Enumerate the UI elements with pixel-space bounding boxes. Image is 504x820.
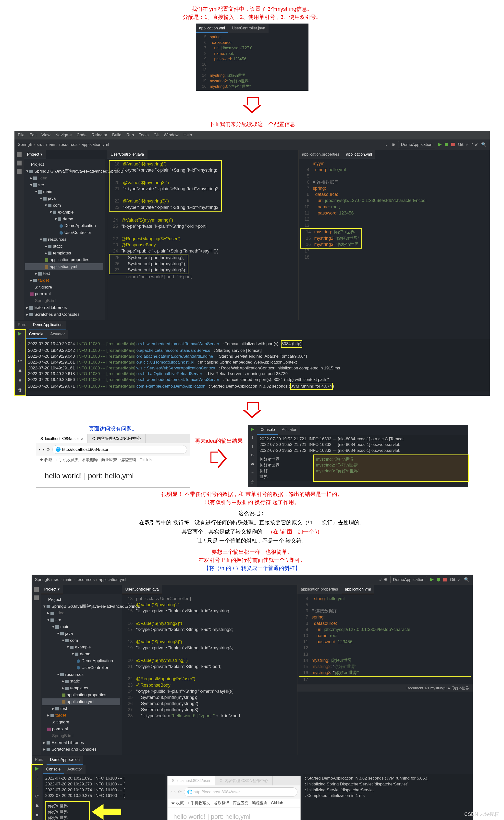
debug-icon[interactable] xyxy=(437,578,440,582)
run-tab[interactable]: DemoApplication xyxy=(29,321,66,329)
browser-tabs[interactable]: Slocalhost:8084/userC内容管理-CSDN创作中心 xyxy=(168,776,300,785)
address-bar[interactable]: 🌐 http://localhost:8084/user xyxy=(52,445,187,454)
caption-5b: 只有双引号中数据的 换行符 起了作用。 xyxy=(161,498,342,506)
reload-icon[interactable]: ⟳ xyxy=(178,789,182,795)
down-arrow-icon xyxy=(241,97,263,114)
run-side[interactable]: ↓↑⟳✖≡🗑 xyxy=(248,425,257,487)
tool-stripe-left[interactable] xyxy=(14,150,24,320)
run-icon[interactable] xyxy=(430,578,434,582)
run-label: Run: xyxy=(14,321,30,329)
menubar[interactable]: FileEditViewNavigateCodeRefactorBuildRun… xyxy=(14,131,490,139)
tool-stripe-left[interactable] xyxy=(32,585,41,755)
search-icon[interactable]: 🔍 xyxy=(481,142,486,148)
caption-4: 再来idea的输出结果 xyxy=(195,437,243,445)
run-tab[interactable]: DemoApplication xyxy=(47,756,83,764)
run-config-selector[interactable]: DemoApplication xyxy=(398,141,435,148)
project-tool-tab[interactable]: Project ▾ xyxy=(24,150,46,159)
caption-5a: 很明显！ 不带任何引号的数据，和 带单引号的数据，输出的结果是一样的。 xyxy=(161,490,342,498)
caption-7a: 要想三个输出都一样，也很简单。 xyxy=(198,548,305,556)
caption-3: 页面访问没有问题。 xyxy=(89,425,137,433)
ide-snippet-yml: application.ymlUserController.java 5spri… xyxy=(196,24,308,91)
rerun-icon[interactable] xyxy=(35,767,39,771)
explain-para: 这么说吧： 在双引号中的 换行符，没有进行任何的特殊处理。直接按照它的原义（\n… xyxy=(139,509,365,546)
project-tree[interactable]: Project▾ SpringB G:\Java面包\java-ee-advan… xyxy=(24,159,105,320)
browser-window-1: Slocalhost:8084/user ×C内容管理-CSDN创作中心 ‹ ›… xyxy=(36,434,190,488)
search-icon[interactable]: 🔍 xyxy=(464,577,469,583)
ide-main-2: SpringBsrcmainresourcesapplication.yml ↙… xyxy=(32,575,473,820)
left-arrow-icon xyxy=(92,804,121,820)
back-icon[interactable]: ‹ xyxy=(39,447,40,452)
ide-mini-console: ↓↑⟳✖≡🗑 ConsoleActuator 2022-07-20 19:52:… xyxy=(248,425,468,487)
bookmarks-bar[interactable]: ★ 收藏+ 手机收藏夹谷歌翻译商业应变编程查询GitHub xyxy=(168,799,300,808)
back-icon[interactable]: ‹ xyxy=(171,789,172,795)
fwd-icon[interactable]: › xyxy=(174,789,176,795)
right-arrow-icon xyxy=(210,448,228,470)
debug-icon[interactable] xyxy=(445,143,448,146)
status-bar: Document 1/1 mystring3: ▸ 你好\n世界 xyxy=(297,684,473,692)
down-arrow-icon xyxy=(241,402,263,419)
caption-1a: 我们在 yml配置文件中，设置了 3个mystring信息。 xyxy=(183,5,321,13)
actuator-tab[interactable]: Actuator xyxy=(47,330,68,339)
console-tab[interactable]: Console xyxy=(26,330,47,339)
toolbar: SpringBsrcmainresourcesapplication.yml ↙… xyxy=(32,575,473,585)
rerun-icon[interactable] xyxy=(251,428,254,431)
rerun-icon[interactable] xyxy=(18,332,22,335)
browser-tabs[interactable]: Slocalhost:8084/user ×C内容管理-CSDN创作中心 xyxy=(36,434,190,443)
caption-1b: 分配是：1、直接输入，2、使用单引号，3、使用双引号。 xyxy=(183,13,321,21)
project-tool-tab[interactable]: Project ▾ xyxy=(41,585,63,594)
caption-7b: 在双引号里面的换行符前面佳就一个 \ 即可。 xyxy=(198,556,305,564)
editor-tab-left[interactable]: UserController.java xyxy=(107,150,148,159)
breadcrumb[interactable]: SpringBsrcmainresourcesapplication.yml xyxy=(35,577,126,583)
stop-icon[interactable] xyxy=(443,578,447,582)
address-bar[interactable]: 🌐 http://localhost:8084/user xyxy=(184,787,297,797)
page-body-text: hello world! | port: hello,yml xyxy=(36,464,190,487)
caption-7c: 【将（\n 的 \ ）转义成一个普通的斜杠】 xyxy=(198,564,305,572)
watermark: CSDN 未经授权 xyxy=(464,811,499,818)
caption-2: 下面我们来分配读取这三个配置信息 xyxy=(209,120,295,128)
page-body-text: hello world! | port: hello,yml xyxy=(173,812,295,820)
browser-window-2: Slocalhost:8084/userC内容管理-CSDN创作中心 ‹ › ⟳… xyxy=(167,776,301,820)
ide-main-1: FileEditViewNavigateCodeRefactorBuildRun… xyxy=(14,131,490,395)
breadcrumb[interactable]: SpringBsrcmainresourcesapplication.yml xyxy=(18,142,109,148)
run-sidebar[interactable]: ↓↑⟳✖≡🗑 xyxy=(14,329,26,395)
bookmarks-bar[interactable]: ★ 收藏+ 手机收藏夹谷歌翻译商业应变编程查询GitHub xyxy=(36,456,190,464)
toolbar: SpringBsrcmainresourcesapplication.yml ↙… xyxy=(14,139,490,150)
run-icon[interactable] xyxy=(438,143,442,146)
editor-tab-left[interactable]: UserController.java xyxy=(122,585,162,594)
stop-icon[interactable] xyxy=(451,143,455,146)
reload-icon[interactable]: ⟳ xyxy=(47,447,50,452)
git-branch[interactable]: ↙ xyxy=(385,142,389,148)
fwd-icon[interactable]: › xyxy=(43,447,44,452)
run-config-selector[interactable]: DemoApplication xyxy=(390,576,427,584)
run-sidebar[interactable]: ↓↑⟳✖≡🗑 xyxy=(32,765,43,820)
project-tree[interactable]: Project▾ SpringB G:\Java面包\java-ee-advan… xyxy=(41,594,122,755)
